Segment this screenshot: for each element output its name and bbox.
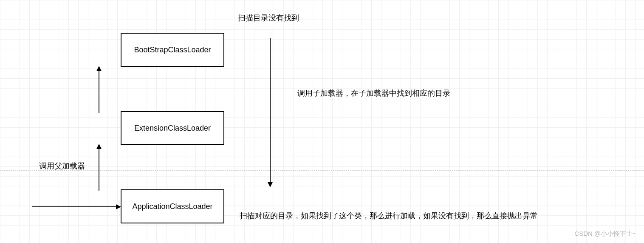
- box-application-label: ApplicationClassLoader: [132, 202, 212, 211]
- arrow-down-right: [267, 38, 275, 187]
- box-bootstrap-label: BootStrapClassLoader: [134, 46, 211, 54]
- box-extension: ExtensionClassLoader: [121, 111, 224, 145]
- svg-marker-5: [96, 66, 102, 71]
- box-bootstrap: BootStrapClassLoader: [121, 33, 224, 67]
- watermark: CSDN @小小怪下士~: [574, 230, 636, 238]
- label-scan-result: 扫描对应的目录，如果找到了这个类，那么进行加载，如果没有找到，那么直接抛出异常: [240, 211, 538, 221]
- box-extension-label: ExtensionClassLoader: [134, 124, 211, 133]
- arrow-into-application: [32, 205, 121, 214]
- box-application: ApplicationClassLoader: [121, 189, 224, 223]
- label-call-child: 调用子加载器，在子加载器中找到相应的目录: [297, 88, 450, 98]
- arrow-app-to-ext: [96, 144, 104, 191]
- label-scan-not-found: 扫描目录没有找到: [238, 13, 299, 23]
- svg-marker-3: [96, 144, 102, 149]
- arrow-ext-to-boot: [96, 66, 104, 113]
- svg-marker-7: [268, 182, 273, 187]
- svg-marker-1: [116, 204, 121, 209]
- label-call-parent: 调用父加载器: [39, 161, 85, 171]
